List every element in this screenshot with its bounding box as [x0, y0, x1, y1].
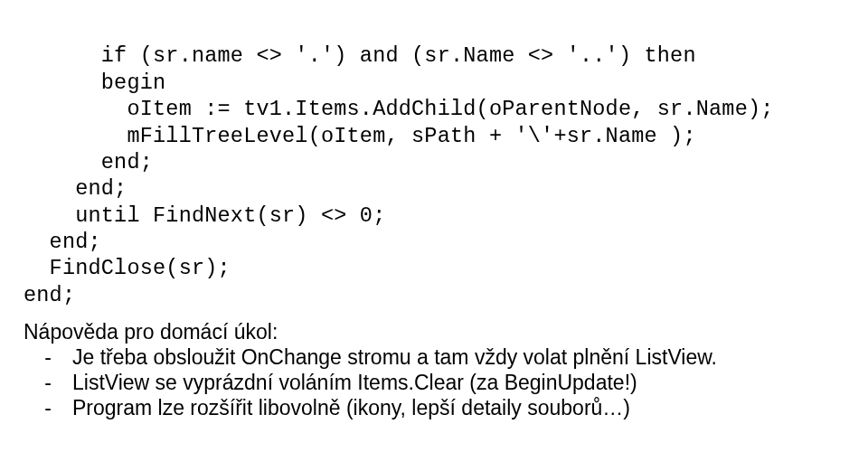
code-line: end;	[24, 150, 153, 174]
hint-block: Nápověda pro domácí úkol: - Je třeba obs…	[24, 319, 844, 420]
page: if (sr.name <> '.') and (sr.Name <> '..'…	[0, 0, 868, 420]
hint-item: - Program lze rozšířit libovolně (ikony,…	[24, 395, 844, 420]
code-block: if (sr.name <> '.') and (sr.Name <> '..'…	[24, 16, 844, 308]
code-line: FindClose(sr);	[24, 256, 231, 280]
code-line: mFillTreeLevel(oItem, sPath + '\'+sr.Nam…	[24, 124, 696, 148]
hint-text: Je třeba obsloužit OnChange stromu a tam…	[72, 344, 844, 370]
hint-item: - ListView se vyprázdní voláním Items.Cl…	[24, 370, 844, 395]
code-line: begin	[24, 71, 165, 95]
hint-heading: Nápověda pro domácí úkol:	[24, 319, 844, 344]
code-line: if (sr.name <> '.') and (sr.Name <> '..'…	[24, 43, 696, 68]
hint-text: Program lze rozšířit libovolně (ikony, l…	[72, 395, 844, 420]
code-line: end;	[24, 283, 75, 307]
hint-item: - Je třeba obsloužit OnChange stromu a t…	[24, 344, 844, 370]
code-line: end;	[24, 230, 101, 254]
bullet-dash-icon: -	[24, 370, 72, 395]
hint-text: ListView se vyprázdní voláním Items.Clea…	[72, 370, 844, 395]
bullet-dash-icon: -	[24, 344, 72, 370]
bullet-dash-icon: -	[24, 395, 72, 420]
code-line: end;	[24, 176, 127, 201]
code-line: until FindNext(sr) <> 0;	[24, 203, 385, 228]
code-line: oItem := tv1.Items.AddChild(oParentNode,…	[24, 97, 774, 121]
